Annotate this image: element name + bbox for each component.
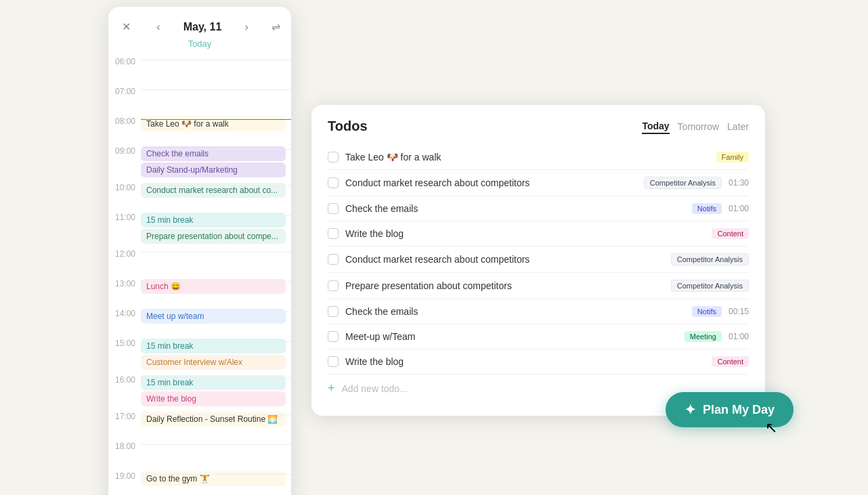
todos-panel: Todos TodayTomorrowLater Take Leo 🐶 for … [311,105,765,416]
todo-text: Meet-up w/Team [345,331,678,342]
todo-tag: Meeting [685,331,722,342]
todo-item: Take Leo 🐶 for a walkFamily [328,145,749,170]
calendar-event[interactable]: Customer Interview w/Alex [141,355,286,370]
todo-text: Conduct market research about competitor… [345,177,637,188]
time-slot: 19:00Go to the gym 🏋 [108,469,291,495]
time-slot: 13:00Lunch 😄 [108,276,291,306]
time-slot: 09:00Check the emailsDaily Stand-up/Mark… [108,144,291,180]
sparkle-icon: ✦ [685,402,696,418]
time-label: 08:00 [108,114,141,126]
time-slot: 08:00Take Leo 🐶 for a walk [108,114,291,144]
time-slot: 17:00Daily Reflection - Sunset Routine 🌅 [108,409,291,439]
todo-checkbox[interactable] [328,280,339,291]
todo-time: 01:00 [729,332,749,341]
time-slot: 15:0015 min breakCustomer Interview w/Al… [108,336,291,372]
todos-tab-tomorrow[interactable]: Tomorrow [678,119,719,134]
todo-tag: Content [712,356,749,367]
calendar-event[interactable]: Write the blog [141,391,286,406]
plan-my-day-button[interactable]: ✦ Plan My Day [666,392,794,427]
time-slot: 06:00 [108,54,291,84]
next-button[interactable]: › [242,18,251,36]
time-slot: 18:00 [108,439,291,469]
todo-checkbox[interactable] [328,254,339,265]
todo-text: Check the emails [345,306,685,317]
todo-checkbox[interactable] [328,306,339,317]
todo-time: 00:15 [729,307,749,316]
time-slot: 11:0015 min breakPrepare presentation ab… [108,210,291,246]
add-icon: + [328,381,335,395]
calendar-title: May, 11 [183,21,222,33]
todo-checkbox[interactable] [328,152,339,163]
time-label: 06:00 [108,54,141,66]
calendar-body: 06:0007:0008:00Take Leo 🐶 for a walk09:0… [108,54,291,495]
todo-time: 01:30 [729,178,749,188]
time-label: 07:00 [108,84,141,96]
time-label: 15:00 [108,336,141,348]
todo-tag: Competitor Analysis [644,177,722,189]
plan-button-label: Plan My Day [703,403,775,417]
todo-item: Check the emailsNotifs01:00 [328,196,749,221]
calendar-event[interactable]: Prepare presentation about compe... [141,229,286,244]
prev-button[interactable]: ‹ [154,18,162,36]
time-label: 14:00 [108,306,141,318]
time-label: 13:00 [108,276,141,288]
todo-checkbox[interactable] [328,356,339,367]
todo-item: Check the emailsNotifs00:15 [328,299,749,324]
todo-tag: Content [712,228,749,239]
todo-text: Write the blog [345,228,705,239]
calendar-event[interactable]: Daily Stand-up/Marketing [141,163,286,177]
today-label: Today [108,39,291,49]
todo-tag: Notifs [692,203,722,214]
add-placeholder: Add new todo... [342,383,408,394]
time-slot: 12:00 [108,246,291,276]
time-label: 17:00 [108,409,141,421]
todo-text: Conduct market research about competitor… [345,254,664,265]
filter-button[interactable]: ⇌ [272,20,280,33]
time-slot: 10:00Conduct market research about co... [108,180,291,210]
todo-text: Write the blog [345,356,705,367]
todo-item: Prepare presentation about competitorsCo… [328,273,749,299]
time-label: 18:00 [108,439,141,451]
time-label: 19:00 [108,469,141,481]
todos-tabs: TodayTomorrowLater [642,119,749,134]
todos-header: Todos TodayTomorrowLater [328,119,749,134]
calendar-panel: ✕ ‹ May, 11 › ⇌ Today 06:0007:0008:00Tak… [108,7,291,495]
time-slot: 16:0015 min breakWrite the blog [108,372,291,409]
time-slot: 14:00Meet up w/team [108,306,291,336]
time-label: 16:00 [108,372,141,385]
todo-checkbox[interactable] [328,228,339,239]
todo-text: Take Leo 🐶 for a walk [345,152,710,163]
todo-text: Check the emails [345,203,685,214]
todo-tag: Notifs [692,306,722,317]
todo-item: Write the blogContent [328,349,749,374]
time-label: 09:00 [108,144,141,156]
calendar-header: ✕ ‹ May, 11 › ⇌ [108,7,291,39]
todo-item: Conduct market research about competitor… [328,170,749,196]
todo-tag: Competitor Analysis [671,253,749,265]
todo-time: 01:00 [729,204,749,213]
todo-item: Conduct market research about competitor… [328,246,749,273]
todo-tag: Family [716,152,749,163]
todos-tab-today[interactable]: Today [642,119,669,134]
todo-checkbox[interactable] [328,331,339,342]
todos-list: Take Leo 🐶 for a walkFamilyConduct marke… [328,145,749,374]
todo-tag: Competitor Analysis [671,280,749,292]
todo-item: Meet-up w/TeamMeeting01:00 [328,324,749,349]
time-slot: 07:00 [108,84,291,114]
todos-tab-later[interactable]: Later [727,119,749,134]
todos-title: Todos [328,119,368,134]
time-label: 12:00 [108,246,141,259]
todo-checkbox[interactable] [328,203,339,214]
todo-text: Prepare presentation about competitors [345,280,664,291]
todo-checkbox[interactable] [328,177,339,188]
time-label: 10:00 [108,180,141,192]
close-button[interactable]: ✕ [119,18,133,36]
todo-item: Write the blogContent [328,221,749,246]
time-label: 11:00 [108,210,141,222]
